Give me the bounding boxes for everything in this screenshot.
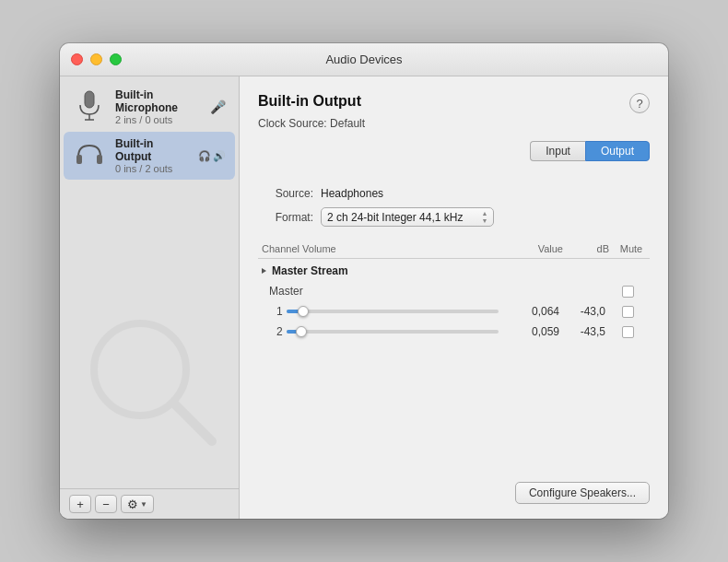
close-button[interactable] [71, 53, 83, 65]
output-badges: 🎧 🔊 [198, 150, 226, 162]
master-stream-label: Master Stream [272, 264, 348, 277]
mic-badge-icon: 🎤 [210, 100, 226, 114]
gear-icon: ⚙ [127, 498, 138, 511]
format-label: Format: [258, 211, 313, 224]
sidebar-toolbar: + − ⚙ ▼ [60, 488, 239, 519]
channel-1-slider-container: 1 [262, 305, 499, 318]
main-content: Built-in Microphone 2 ins / 0 outs 🎤 [60, 76, 668, 519]
detail-title: Built-in Output [258, 93, 361, 110]
channel-1-mute-check[interactable] [622, 306, 634, 318]
traffic-lights [71, 53, 122, 65]
master-label: Master [262, 285, 499, 298]
format-row: Format: 2 ch 24-bit Integer 44,1 kHz [258, 207, 650, 227]
window-title: Audio Devices [325, 53, 402, 66]
detail-header: Built-in Output ? [258, 93, 650, 113]
microphone-channels: 2 ins / 0 outs [115, 114, 201, 125]
svg-rect-4 [97, 155, 102, 164]
svg-line-6 [175, 404, 212, 441]
expand-triangle-icon [262, 268, 266, 274]
detail-bottom: Configure Speakers... [258, 471, 650, 504]
value-col-header: Value [502, 243, 567, 254]
clock-source-row: Clock Source: Default [258, 117, 650, 130]
gear-dropdown-arrow: ▼ [140, 500, 147, 509]
channel-2-slider[interactable] [287, 330, 499, 334]
input-output-toggle: Input Output [530, 141, 650, 161]
channel-1-label: 1 [262, 305, 283, 318]
add-device-button[interactable]: + [69, 495, 91, 513]
master-mute-checkbox[interactable] [609, 286, 646, 298]
source-label: Source: [258, 187, 313, 200]
output-channels: 0 ins / 2 outs [115, 163, 189, 174]
channel-1-row: 1 0,064 -43,0 [258, 301, 650, 322]
remove-device-button[interactable]: − [95, 495, 117, 513]
sidebar-watermark [60, 288, 239, 489]
channel-2-row: 2 0,059 -43,5 [258, 322, 650, 342]
master-mute-check[interactable] [622, 286, 634, 298]
clock-source-value: Default [330, 117, 365, 130]
db-col-header: dB [567, 243, 613, 254]
master-channel-row: Master [258, 281, 650, 301]
master-stream-header: Master Stream [258, 259, 650, 281]
channel-1-slider[interactable] [287, 310, 499, 313]
channel-1-value: 0,064 [499, 305, 563, 318]
channel-1-thumb [298, 306, 309, 317]
format-select-arrow [481, 210, 487, 224]
output-tab[interactable]: Output [585, 141, 650, 161]
format-select[interactable]: 2 ch 24-bit Integer 44,1 kHz [321, 207, 494, 227]
channel-1-mute[interactable] [609, 306, 646, 318]
titlebar: Audio Devices [60, 43, 668, 76]
input-tab[interactable]: Input [530, 141, 585, 161]
output-name: Built-in Output [115, 137, 189, 163]
source-row: Source: Headphones [258, 187, 650, 200]
audio-devices-window: Audio Devices Built-in [60, 43, 668, 519]
channel-volume-label: Channel Volume [262, 243, 502, 254]
mute-col-header: Mute [613, 243, 650, 254]
channel-2-thumb [296, 326, 307, 337]
channel-2-slider-container: 2 [262, 325, 499, 338]
microphone-icon [73, 90, 106, 123]
minimize-button[interactable] [90, 53, 102, 65]
channel-volume-section: Channel Volume Value dB Mute Master Stre… [258, 243, 650, 471]
channel-2-mute[interactable] [609, 326, 646, 338]
maximize-button[interactable] [110, 53, 122, 65]
channel-2-db: -43,5 [563, 325, 609, 338]
headphones-icon [73, 139, 106, 172]
watermark-svg [76, 305, 223, 471]
svg-rect-0 [85, 91, 94, 108]
format-value: 2 ch 24-bit Integer 44,1 kHz [327, 211, 463, 224]
configure-speakers-button[interactable]: Configure Speakers... [515, 482, 650, 504]
microphone-info: Built-in Microphone 2 ins / 0 outs [115, 88, 201, 125]
output-badge-icon: 🎧 [198, 150, 211, 162]
help-button[interactable]: ? [629, 93, 650, 113]
clock-source-label: Clock Source: [258, 117, 327, 130]
channel-volume-header: Channel Volume Value dB Mute [258, 243, 650, 259]
microphone-name: Built-in Microphone [115, 88, 201, 114]
detail-panel: Built-in Output ? Clock Source: Default … [240, 76, 668, 519]
microphone-badges: 🎤 [210, 100, 226, 114]
sidebar: Built-in Microphone 2 ins / 0 outs 🎤 [60, 76, 240, 519]
svg-rect-3 [76, 155, 82, 164]
device-list: Built-in Microphone 2 ins / 0 outs 🎤 [60, 76, 239, 288]
device-item-output[interactable]: Built-in Output 0 ins / 2 outs 🎧 🔊 [64, 132, 235, 180]
channel-1-db: -43,0 [563, 305, 609, 318]
device-item-microphone[interactable]: Built-in Microphone 2 ins / 0 outs 🎤 [64, 83, 235, 131]
source-value: Headphones [321, 187, 383, 200]
channel-2-label: 2 [262, 325, 283, 338]
output-info: Built-in Output 0 ins / 2 outs [115, 137, 189, 174]
channel-2-mute-check[interactable] [622, 326, 634, 338]
gear-menu-button[interactable]: ⚙ ▼ [121, 495, 154, 513]
channel-2-value: 0,059 [499, 325, 563, 338]
speaker-badge-icon: 🔊 [213, 150, 226, 162]
